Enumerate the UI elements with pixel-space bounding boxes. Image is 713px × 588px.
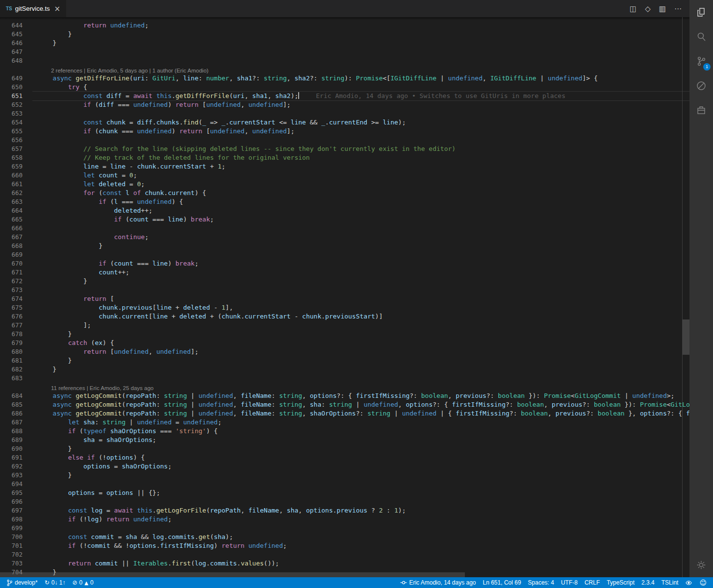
line-number[interactable]: 644: [0, 21, 32, 30]
line-number[interactable]: 660: [0, 171, 32, 180]
code-token[interactable]: :: [199, 74, 206, 82]
code-line[interactable]: 674 return [: [0, 294, 689, 303]
code-token[interactable]: sha: [310, 401, 321, 408]
code-token[interactable]: }: [37, 366, 56, 373]
code-token[interactable]: [245, 542, 249, 549]
code-token[interactable]: },: [625, 410, 640, 417]
line-number[interactable]: 647: [0, 48, 32, 56]
code-line[interactable]: 700 const commit = sha && log.commits.ge…: [0, 533, 689, 541]
code-token[interactable]: of: [133, 189, 141, 196]
code-line[interactable]: 661 let deleted = 0;: [0, 180, 689, 189]
code-token[interactable]: <=: [275, 119, 290, 126]
code-text[interactable]: let deleted = 0;: [37, 180, 145, 189]
code-token[interactable]: ) {: [102, 339, 114, 346]
code-token[interactable]: ;: [145, 22, 149, 29]
code-token[interactable]: shaOrOptions: [122, 463, 168, 470]
code-token[interactable]: undefined: [210, 127, 244, 135]
code-token[interactable]: [37, 172, 83, 179]
code-token[interactable]: previous: [556, 410, 586, 417]
line-number[interactable]: 670: [0, 259, 32, 268]
feedback-status[interactable]: ☺: [696, 577, 710, 588]
code-token[interactable]: ,: [245, 92, 253, 99]
code-token[interactable]: getDiffForFile: [176, 92, 229, 99]
code-token[interactable]: .: [325, 119, 329, 126]
code-token[interactable]: values: [241, 560, 264, 567]
code-token[interactable]: Promise: [544, 392, 571, 399]
code-token[interactable]: }):: [525, 392, 544, 399]
code-line[interactable]: 671 count++;: [0, 268, 689, 277]
code-token[interactable]: line: [83, 163, 99, 170]
code-token[interactable]: |: [352, 401, 363, 408]
code-token[interactable]: getLogCommit: [76, 410, 122, 417]
code-token[interactable]: ,: [302, 392, 310, 399]
code-text[interactable]: if (!commit && !options.firstIfMissing) …: [37, 541, 287, 550]
code-token[interactable]: ): [214, 542, 222, 549]
code-token[interactable]: }: [37, 39, 56, 47]
code-token[interactable]: <: [571, 392, 575, 399]
code-token[interactable]: options: [306, 507, 333, 514]
code-token[interactable]: string: [102, 418, 126, 426]
code-token[interactable]: first: [172, 560, 191, 567]
code-token[interactable]: line: [168, 216, 183, 223]
code-token[interactable]: let: [68, 418, 79, 426]
code-token[interactable]: previous: [337, 507, 368, 514]
code-token[interactable]: (: [199, 119, 203, 126]
code-text[interactable]: chunk.previous[line + deleted - 1],: [37, 303, 233, 312]
code-token[interactable]: (: [91, 127, 99, 135]
line-number[interactable]: 671: [0, 268, 32, 277]
code-token[interactable]: :: [272, 401, 280, 408]
code-line[interactable]: 677 ];: [0, 321, 689, 330]
line-number[interactable]: 699: [0, 524, 32, 533]
code-token[interactable]: catch: [68, 339, 87, 346]
code-token[interactable]: [37, 198, 99, 205]
code-token[interactable]: log: [195, 560, 206, 567]
code-token[interactable]: log: [153, 533, 164, 540]
code-token[interactable]: );: [291, 92, 299, 99]
code-text[interactable]: }: [37, 39, 56, 48]
line-number[interactable]: 683: [0, 374, 32, 383]
code-token[interactable]: [37, 145, 83, 152]
code-line[interactable]: 654 const chunk = diff.chunks.find(_ => …: [0, 118, 689, 127]
code-line[interactable]: 692 options = shaOrOptions;: [0, 462, 689, 471]
code-text[interactable]: async getDiffForLine(uri: GitUri, line: …: [37, 74, 598, 83]
code-token[interactable]: >;: [667, 392, 675, 399]
code-token[interactable]: const: [83, 92, 102, 99]
code-token[interactable]: ?:: [506, 401, 517, 408]
line-number[interactable]: 691: [0, 453, 32, 462]
code-token[interactable]: [37, 74, 52, 82]
code-token[interactable]: :: [156, 410, 164, 417]
code-token[interactable]: [37, 418, 68, 426]
code-token[interactable]: log: [87, 515, 99, 523]
code-token[interactable]: _: [321, 119, 325, 126]
code-token[interactable]: currentStart: [160, 163, 206, 170]
code-token[interactable]: Iterables: [133, 560, 168, 567]
code-text[interactable]: options = options || {};: [37, 489, 160, 497]
code-token[interactable]: getLogForFile: [156, 507, 206, 514]
code-token[interactable]: l: [126, 189, 129, 196]
code-token[interactable]: for: [83, 189, 95, 196]
code-line[interactable]: 670 if (count === line) break;: [0, 259, 689, 268]
language-status[interactable]: TypeScript: [603, 577, 638, 588]
code-token[interactable]: ;: [153, 436, 156, 443]
code-token[interactable]: ?: {: [337, 392, 356, 399]
code-token[interactable]: [83, 454, 87, 461]
split-editor-icon[interactable]: ◫: [630, 4, 637, 13]
code-token[interactable]: undefined: [448, 74, 483, 82]
code-token[interactable]: |: [621, 392, 632, 399]
code-token[interactable]: await: [114, 507, 133, 514]
watch-status[interactable]: [682, 577, 696, 588]
line-number[interactable]: 701: [0, 541, 32, 550]
code-text[interactable]: if (l === undefined) {: [37, 197, 183, 206]
code-line[interactable]: 650 try {: [0, 83, 689, 92]
gitlens-blame-status[interactable]: Eric Amodio, 14 days ago: [397, 577, 479, 588]
code-token[interactable]: string: [164, 401, 187, 408]
line-number[interactable]: 651: [0, 92, 32, 100]
code-token[interactable]: .: [168, 560, 172, 567]
code-token[interactable]: Promise: [640, 401, 667, 408]
code-token[interactable]: [: [203, 127, 210, 135]
code-text[interactable]: ];: [37, 321, 91, 330]
code-token[interactable]: ,: [245, 127, 253, 135]
code-token[interactable]: ,: [483, 74, 490, 82]
line-number[interactable]: 686: [0, 409, 32, 418]
code-token[interactable]: [133, 507, 137, 514]
